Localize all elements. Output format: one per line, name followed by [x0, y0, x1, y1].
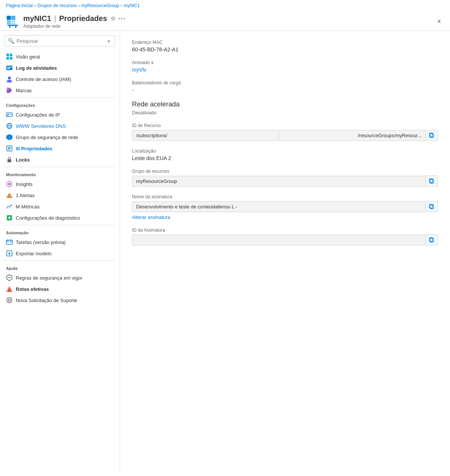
- sidebar-item-security[interactable]: Regras de segurança em vigor: [0, 272, 120, 283]
- sidebar-label-support: Nova Solicitação de Suporte: [16, 298, 77, 303]
- svg-rect-9: [6, 57, 9, 60]
- sidebar-label-nsg: Grupo de segurança de rede: [16, 135, 78, 140]
- lb-label: Balanceadores de carga: [132, 80, 438, 85]
- alerts-icon: !: [6, 192, 13, 199]
- sub-id-group: ID da Assinatura: [132, 228, 438, 245]
- sidebar-label-insights: Insights: [16, 181, 33, 187]
- lb-group: Balanceadores de carga -: [132, 80, 438, 93]
- header-title: myNIC1 | Propriedades ☆ ···: [23, 14, 434, 23]
- rg-group: Grupo de recursos: [132, 169, 438, 187]
- search-input[interactable]: [16, 38, 104, 44]
- sidebar-item-overview[interactable]: Visão geral: [0, 51, 120, 62]
- sidebar-item-ipconfig[interactable]: Configurações de IP: [0, 109, 120, 120]
- sub-name-group: Nome da assinatura Alterar assinatura: [132, 194, 438, 220]
- resource-icon: [6, 15, 20, 28]
- section-divider-auto: [4, 225, 115, 225]
- security-rules-icon: [6, 274, 13, 281]
- sub-name-input: [132, 201, 426, 212]
- sidebar-item-routes[interactable]: Rotas efetivas: [0, 283, 120, 295]
- svg-rect-20: [10, 114, 12, 115]
- section-monitoramento: Monitoramento: [0, 169, 120, 178]
- svg-rect-11: [6, 66, 12, 70]
- more-options-button[interactable]: ···: [118, 15, 126, 22]
- resource-id-copy-button[interactable]: [426, 130, 438, 141]
- svg-rect-13: [7, 68, 10, 69]
- svg-rect-3: [11, 20, 15, 24]
- sidebar-item-diag[interactable]: Configurações de diagnóstico: [0, 212, 120, 223]
- sub-id-copy-button[interactable]: [426, 234, 438, 245]
- sidebar-item-tasks[interactable]: Tarefas (versão prévia): [0, 237, 120, 248]
- section-configuracoes: Configurações: [0, 99, 120, 109]
- accelerated-title: Rede acelerada: [132, 100, 438, 108]
- ipconfig-icon: [6, 111, 13, 118]
- svg-rect-7: [6, 54, 9, 56]
- breadcrumb-home[interactable]: Página Inicial: [6, 3, 33, 8]
- svg-line-51: [10, 298, 11, 299]
- rg-field: [132, 175, 438, 187]
- routes-icon: [6, 286, 13, 292]
- breadcrumb-nic[interactable]: myNIC1: [124, 3, 140, 8]
- sidebar-item-props[interactable]: ill Propriedades: [0, 143, 120, 154]
- sidebar-label-overview: Visão geral: [16, 54, 40, 60]
- attached-group: Anexado a myVlv: [132, 60, 438, 73]
- sidebar-label-ipconfig: Configurações de IP: [16, 112, 60, 118]
- close-button[interactable]: ×: [434, 16, 444, 27]
- svg-rect-4: [8, 25, 18, 26]
- svg-rect-8: [10, 54, 12, 56]
- accelerated-group: Rede acelerada Desativado: [132, 100, 438, 115]
- sidebar-item-export[interactable]: Exportar modelo: [0, 248, 120, 259]
- search-box: 🔍 «: [4, 35, 115, 46]
- section-divider-config: [4, 97, 115, 98]
- sidebar-item-dns[interactable]: WWW Servidores DNS: [0, 120, 120, 132]
- sidebar-item-nsg[interactable]: Grupo de segurança de rede: [0, 132, 120, 143]
- log-icon: [6, 64, 13, 71]
- breadcrumb-rg-link[interactable]: Grupos de recursos: [37, 3, 76, 8]
- main-layout: 🔍 « Visão geral Log de atividades Contro…: [0, 31, 450, 473]
- resource-id-label: ID de Recurso: [132, 123, 438, 128]
- mac-value: 60-45-BD-78-A2-A1: [132, 46, 438, 52]
- sidebar-item-alerts[interactable]: ! 1 Alertas: [0, 190, 120, 201]
- sidebar-item-metrics[interactable]: M Métricas: [0, 201, 120, 212]
- rg-input: [132, 176, 426, 187]
- insights-icon: [6, 181, 13, 187]
- svg-text:!: !: [9, 195, 10, 198]
- svg-rect-6: [15, 26, 16, 28]
- svg-point-14: [8, 76, 11, 79]
- svg-rect-0: [7, 16, 11, 20]
- lock-icon: [6, 156, 13, 163]
- sub-name-copy-button[interactable]: [426, 201, 438, 212]
- sidebar-label-dns: WWW Servidores DNS: [16, 123, 66, 129]
- svg-point-15: [7, 80, 12, 82]
- resource-id-group: ID de Recurso: [132, 123, 438, 141]
- dns-icon: [6, 123, 13, 129]
- svg-line-54: [8, 298, 9, 299]
- attached-value[interactable]: myVlv: [132, 67, 146, 73]
- page-title: Propriedades: [59, 14, 107, 23]
- tags-icon: [6, 87, 13, 94]
- location-group: Localização Leste dos EUA 2: [132, 148, 438, 161]
- rg-copy-button[interactable]: [426, 175, 438, 187]
- search-icon: 🔍: [8, 38, 14, 44]
- sidebar-item-access[interactable]: Controle de acesso (IAM): [0, 73, 120, 85]
- section-divider-help: [4, 260, 115, 261]
- change-subscription-link[interactable]: Alterar assinatura: [132, 214, 170, 220]
- metrics-icon: [6, 203, 13, 210]
- sub-id-field: [132, 234, 438, 245]
- sidebar-item-log[interactable]: Log de atividades: [0, 62, 120, 73]
- sidebar-item-locks[interactable]: Locks: [0, 154, 120, 165]
- nsg-icon: [6, 134, 13, 141]
- breadcrumb-group[interactable]: myResourceGroup: [81, 3, 119, 8]
- support-icon: [6, 297, 13, 304]
- svg-rect-40: [6, 240, 12, 244]
- sub-id-input: [132, 235, 426, 245]
- sidebar-item-insights[interactable]: Insights: [0, 178, 120, 190]
- collapse-button[interactable]: «: [106, 37, 112, 45]
- resource-id-input: [132, 130, 279, 141]
- sidebar-label-routes: Rotas efetivas: [16, 286, 49, 292]
- sidebar-item-support[interactable]: Nova Solicitação de Suporte: [0, 295, 120, 306]
- sidebar-label-locks: Locks: [16, 157, 30, 163]
- sidebar-label-tags: Marcas: [16, 88, 32, 93]
- favorite-star[interactable]: ☆: [110, 15, 116, 22]
- resource-name: myNIC1: [23, 14, 51, 23]
- sidebar-item-tags[interactable]: Marcas: [0, 85, 120, 96]
